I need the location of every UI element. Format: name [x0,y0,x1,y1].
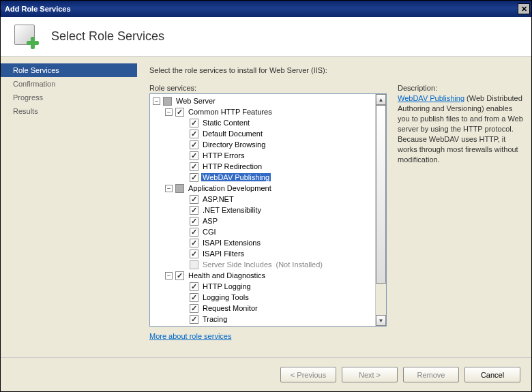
description-link[interactable]: WebDAV Publishing [398,94,464,102]
tree-node: −Common HTTP Features [153,106,375,117]
checkbox[interactable] [175,271,184,280]
tree-label[interactable]: WebDAV Publishing [201,173,271,181]
nav-item-progress[interactable]: Progress [1,91,137,104]
tree-label[interactable]: Server Side Includes [201,260,274,269]
close-icon: ✕ [521,5,527,14]
main-area: Role ServicesConfirmationProgressResults… [1,57,531,357]
tree-label[interactable]: ISAPI Extensions [201,239,262,247]
tree-label[interactable]: Request Monitor [201,304,259,312]
tree-node: Request Monitor [153,303,375,314]
description-label: Description: [398,84,523,92]
scrollbar[interactable]: ▲ ▼ [375,94,386,326]
instruction-text: Select the role services to install for … [149,66,523,74]
collapse-icon[interactable]: − [153,97,160,105]
wizard-nav: Role ServicesConfirmationProgressResults [1,57,137,357]
tree-label[interactable]: Common HTTP Features [187,108,274,116]
tree-label[interactable]: HTTP Errors [201,151,246,160]
tree-label[interactable]: Application Development [187,184,273,192]
tree-node: ISAPI Extensions [153,237,375,248]
tree-node: .NET Extensibility [153,205,375,215]
button-bar: < Previous Next > Remove Cancel [1,357,531,391]
tree-node: ASP.NET [153,194,375,205]
role-services-tree: −Web Server−Common HTTP FeaturesStatic C… [149,93,387,327]
tree-node: ISAPI Filters [153,248,375,259]
tree-label: Role services: [149,84,387,92]
tree-node: HTTP Logging [153,281,375,292]
checkbox[interactable] [190,119,198,127]
tree-label[interactable]: ISAPI Filters [201,250,246,258]
tree-label[interactable]: CGI [201,228,218,236]
tree-node: Default Document [153,128,375,139]
tree-label[interactable]: Tracing [201,315,228,323]
checkbox[interactable] [190,293,198,302]
checkbox[interactable] [190,217,198,226]
tree-node: HTTP Redirection [153,161,375,172]
checkbox[interactable] [190,173,198,182]
tree-node: HTTP Errors [153,150,375,161]
tree-node: Directory Browsing [153,139,375,150]
tree-label[interactable]: ASP.NET [201,195,235,203]
tree-label[interactable]: HTTP Logging [201,282,252,290]
tree-node: Tracing [153,314,375,325]
page-title: Select Role Services [51,29,164,44]
window-title: Add Role Services [5,5,518,13]
nav-item-results[interactable]: Results [1,104,137,118]
header-panel: Select Role Services [1,17,531,57]
checkbox[interactable] [190,304,198,313]
checkbox[interactable] [175,184,184,193]
checkbox[interactable] [190,206,198,215]
tree-label[interactable]: HTTP Redirection [201,162,263,170]
cancel-button[interactable]: Cancel [464,367,520,382]
tree-node: WebDAV Publishing [153,172,375,183]
content-pane: Select the role services to install for … [137,57,531,357]
collapse-icon[interactable]: − [165,108,173,116]
checkbox[interactable] [190,228,198,237]
scroll-up-button[interactable]: ▲ [376,94,386,105]
tree-label[interactable]: Directory Browsing [201,140,267,149]
scroll-track[interactable] [376,105,386,315]
collapse-icon[interactable]: − [165,272,173,280]
checkbox[interactable] [175,108,184,117]
tree-node: Logging Tools [153,292,375,303]
scroll-down-button[interactable]: ▼ [376,315,386,326]
collapse-icon[interactable]: − [165,185,173,192]
checkbox[interactable] [190,162,198,171]
close-button[interactable]: ✕ [518,3,530,14]
checkbox[interactable] [190,130,198,138]
checkbox [190,260,198,269]
tree-label[interactable]: Static Content [201,119,251,127]
tree-node: Server Side Includes(Not Installed) [153,259,375,270]
more-about-link[interactable]: More about role services [149,332,387,340]
tree-label[interactable]: ASP [201,217,219,225]
previous-button[interactable]: < Previous [280,367,336,382]
tree-node: Static Content [153,117,375,128]
tree-node: CGI [153,226,375,237]
tree-node: −Web Server [153,95,375,106]
tree-label[interactable]: Logging Tools [201,293,250,301]
plus-icon [27,37,40,50]
scroll-thumb[interactable] [376,105,386,284]
description-text: WebDAV Publishing (Web Distributed Autho… [398,93,523,165]
remove-button[interactable]: Remove [403,367,459,382]
checkbox[interactable] [190,151,198,160]
nav-item-confirmation[interactable]: Confirmation [1,77,137,91]
checkbox[interactable] [190,195,198,204]
tree-node: ASP [153,215,375,226]
checkbox[interactable] [190,282,198,291]
tree-label[interactable]: .NET Extensibility [201,206,263,214]
install-hint: (Not Installed) [276,260,323,269]
next-button[interactable]: Next > [342,367,398,382]
nav-item-role-services[interactable]: Role Services [1,63,137,77]
titlebar[interactable]: Add Role Services ✕ [1,1,531,17]
checkbox[interactable] [190,315,198,324]
tree-label[interactable]: Web Server [175,97,217,105]
wizard-logo [13,23,40,50]
checkbox[interactable] [163,97,172,106]
tree-label[interactable]: Health and Diagnostics [187,271,267,280]
tree-node: −Application Development [153,183,375,194]
checkbox[interactable] [190,250,198,258]
checkbox[interactable] [190,239,198,247]
description-body: (Web Distributed Authoring and Versionin… [398,94,523,164]
tree-label[interactable]: Default Document [201,130,264,138]
checkbox[interactable] [190,140,198,149]
